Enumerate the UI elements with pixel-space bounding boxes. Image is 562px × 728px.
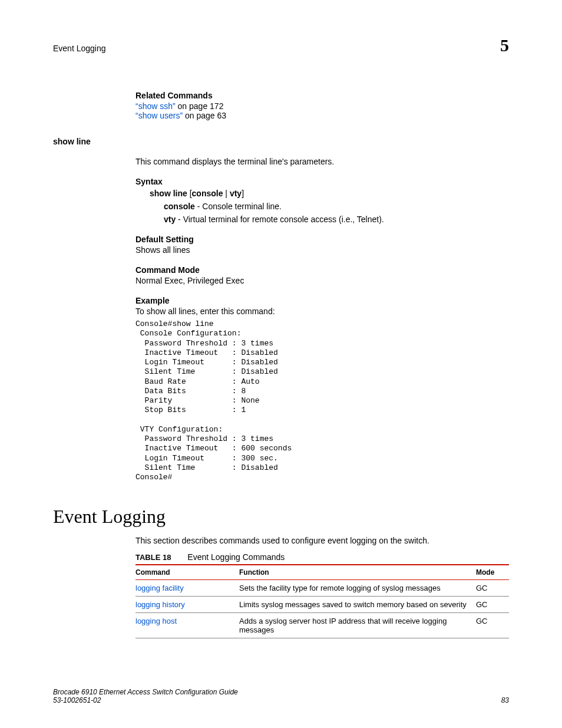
vty-desc: - Virtual terminal for remote console ac… (176, 215, 384, 224)
table-row: logging facility Sets the facility type … (135, 580, 509, 597)
example-output: Console#show line Console Configuration:… (135, 319, 509, 482)
logging-history-link[interactable]: logging history (135, 600, 185, 609)
row0-mode: GC (476, 580, 509, 597)
row1-func: Limits syslog messages saved to switch m… (239, 597, 476, 613)
th-function: Function (239, 565, 476, 580)
syntax-close: ] (242, 189, 244, 198)
vty-option: vty - Virtual terminal for remote consol… (164, 215, 509, 224)
command-desc: This command displays the terminal line'… (135, 157, 509, 166)
command-mode-text: Normal Exec, Privileged Exec (135, 276, 509, 285)
related-link-1: “show ssh” on page 172 (135, 101, 509, 111)
syntax-opt1: console (192, 189, 223, 198)
default-setting-text: Shows all lines (135, 245, 509, 255)
footer-left: Brocade 6910 Ethernet Access Switch Conf… (53, 688, 238, 704)
section-intro: This section describes commands used to … (135, 536, 509, 545)
show-ssh-link[interactable]: “show ssh” (135, 101, 176, 111)
page-header: Event Logging 5 (53, 35, 509, 55)
related-commands-heading: Related Commands (135, 91, 509, 100)
example-heading: Example (135, 296, 509, 305)
footer-line2: 53-1002651-02 (53, 696, 238, 704)
row2-mode: GC (476, 613, 509, 638)
syntax-cmd: show line (150, 189, 187, 198)
page-footer: Brocade 6910 Ethernet Access Switch Conf… (53, 688, 509, 704)
th-mode: Mode (476, 565, 509, 580)
syntax-open: [ (187, 189, 192, 198)
command-name: show line (53, 137, 509, 146)
console-desc: - Console terminal line. (195, 202, 282, 211)
th-command: Command (135, 565, 239, 580)
syntax-line: show line [console | vty] (150, 189, 509, 198)
table-row: logging history Limits syslog messages s… (135, 597, 509, 613)
vty-bold: vty (164, 215, 176, 224)
show-users-link[interactable]: “show users” (135, 111, 183, 120)
table-label: TABLE 18 (135, 553, 171, 562)
footer-page: 83 (501, 696, 509, 704)
example-intro: To show all lines, enter this command: (135, 307, 509, 316)
header-title: Event Logging (53, 44, 106, 53)
row0-func: Sets the facility type for remote loggin… (239, 580, 476, 597)
row2-func: Adds a syslog server host IP address tha… (239, 613, 476, 638)
row1-mode: GC (476, 597, 509, 613)
commands-table: Command Function Mode logging facility S… (135, 564, 509, 638)
logging-host-link[interactable]: logging host (135, 617, 177, 625)
chapter-number: 5 (500, 35, 509, 55)
table-header-row: Command Function Mode (135, 565, 509, 580)
link2-tail: on page 63 (183, 111, 226, 120)
section-title: Event Logging (53, 506, 509, 528)
related-link-2: “show users” on page 63 (135, 111, 509, 120)
console-option: console - Console terminal line. (164, 202, 509, 211)
link1-tail: on page 172 (176, 101, 224, 111)
table-row: logging host Adds a syslog server host I… (135, 613, 509, 638)
syntax-heading: Syntax (135, 177, 509, 186)
console-bold: console (164, 202, 195, 211)
syntax-opt2: vty (230, 189, 242, 198)
command-mode-heading: Command Mode (135, 265, 509, 275)
default-setting-heading: Default Setting (135, 235, 509, 244)
logging-facility-link[interactable]: logging facility (135, 584, 184, 592)
table-caption: TABLE 18 Event Logging Commands (135, 552, 509, 562)
footer-line1: Brocade 6910 Ethernet Access Switch Conf… (53, 688, 238, 696)
table-caption-text: Event Logging Commands (187, 552, 285, 562)
syntax-pipe: | (223, 189, 229, 198)
